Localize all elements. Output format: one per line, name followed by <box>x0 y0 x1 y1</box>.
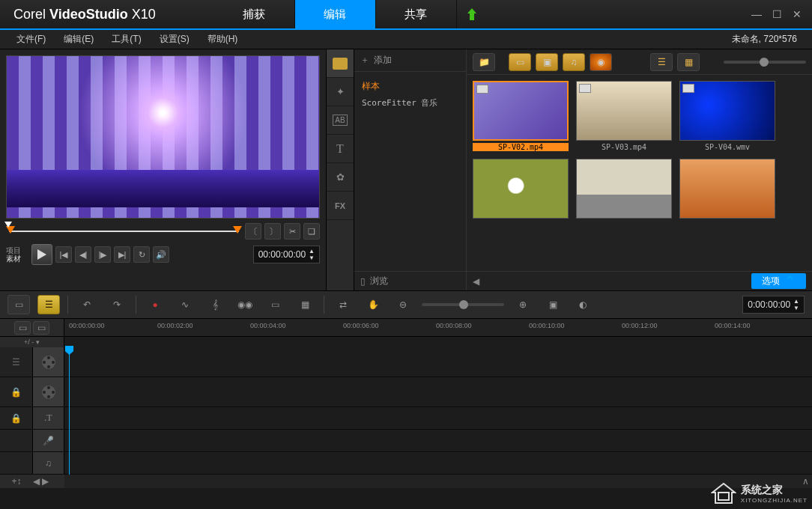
timeline-playhead[interactable] <box>69 347 70 475</box>
options-button[interactable]: 选项 ⌃ <box>751 273 806 289</box>
timeline-scrollbar[interactable] <box>64 475 799 488</box>
tab-share[interactable]: 共享 <box>376 0 457 28</box>
mode-project-label[interactable]: 项目 <box>6 246 28 254</box>
clock-button[interactable]: ◐ <box>572 295 594 314</box>
track-icon-overlay1[interactable] <box>33 377 64 406</box>
tree-item-sample[interactable]: 样本 <box>362 78 458 95</box>
timeline-scroll-buttons[interactable]: ◀ ▶ <box>33 475 64 488</box>
side-tab-transition[interactable]: AB <box>327 106 354 135</box>
side-tab-title[interactable]: T <box>327 135 354 163</box>
thumbnail-grid: SP-V02.mp4 SP-V03.mp4 SP-V04.wmv <box>467 75 812 271</box>
next-frame-button[interactable]: |▶ <box>94 246 111 263</box>
close-button[interactable]: ✕ <box>793 8 802 20</box>
thumb-item[interactable]: SP-V04.wmv <box>679 81 775 151</box>
thumb-item[interactable]: SP-V03.mp4 <box>576 81 672 151</box>
thumb-item[interactable] <box>473 159 569 221</box>
import-folder-button[interactable]: 📁 <box>473 53 495 71</box>
time-ruler[interactable]: 00:00:00:00 00:00:02:00 00:00:04:00 00:0… <box>64 319 812 336</box>
fit-button[interactable]: ▣ <box>542 295 564 314</box>
filter-audio-button[interactable]: ♫ <box>563 53 585 71</box>
track-body-video1[interactable] <box>64 347 812 377</box>
menu-file[interactable]: 文件(F) <box>7 33 55 46</box>
track-icon-music[interactable]: ♫ <box>33 452 64 474</box>
menu-settings[interactable]: 设置(S) <box>151 33 199 46</box>
track-toggle-overlay1[interactable]: 🔒 <box>0 377 33 406</box>
track-body-title[interactable] <box>64 407 812 429</box>
minimize-button[interactable]: — <box>751 8 762 20</box>
track-body-voice[interactable] <box>64 430 812 451</box>
storyboard-view-button[interactable]: ▭ <box>7 295 30 314</box>
filter-video-button[interactable]: ▭ <box>509 53 531 71</box>
browse-collapse-icon[interactable]: ▯ <box>360 276 366 287</box>
undo-button[interactable]: ↶ <box>76 295 98 314</box>
library-scroll-left[interactable]: ◀ <box>473 276 479 287</box>
menu-tools[interactable]: 工具(T) <box>103 33 150 46</box>
thumb-item[interactable] <box>576 159 672 221</box>
upload-button[interactable] <box>457 0 487 28</box>
zoom-in-button[interactable]: ⊕ <box>512 295 534 314</box>
track-view-a-button[interactable]: ▭ <box>14 321 31 335</box>
mode-clip-label[interactable]: 素材 <box>6 254 28 263</box>
audio-mixer-button[interactable]: ∿ <box>174 295 196 314</box>
tab-capture[interactable]: 捕获 <box>214 0 295 28</box>
track-icon-voice[interactable]: 🎤 <box>33 430 64 451</box>
track-body-overlay1[interactable] <box>64 377 812 406</box>
mark-in-button[interactable]: 〔 <box>245 223 261 240</box>
scrub-bar[interactable] <box>6 226 242 237</box>
timeline-timecode[interactable]: 0:00:00:00▲▼ <box>742 296 805 314</box>
timecode-display[interactable]: 00:00:00:00▲▼ <box>253 246 320 263</box>
preview-screen[interactable] <box>6 55 320 219</box>
thumb-size-slider[interactable] <box>724 61 806 64</box>
record-button[interactable]: ● <box>144 295 166 314</box>
play-button[interactable] <box>31 244 52 265</box>
subtitle-button[interactable]: ▭ <box>264 295 286 314</box>
mark-out-button[interactable]: 〕 <box>264 223 281 240</box>
track-body-music[interactable] <box>64 452 812 474</box>
track-icon-title[interactable]: .T <box>33 407 64 429</box>
loop-button[interactable]: ↻ <box>133 246 150 263</box>
zoom-out-button[interactable]: ⊖ <box>392 295 414 314</box>
filter-disc-button[interactable]: ◉ <box>590 53 612 71</box>
track-toggle-music[interactable] <box>0 452 33 474</box>
track-motion-button[interactable]: ⇄ <box>332 295 354 314</box>
track-toggle-title[interactable]: 🔒 <box>0 407 33 429</box>
go-end-button[interactable]: ▶| <box>114 246 130 263</box>
filter-photo-button[interactable]: ▣ <box>536 53 558 71</box>
side-tab-media[interactable] <box>327 49 354 78</box>
side-tab-filter[interactable]: FX <box>327 192 354 220</box>
view-list-button[interactable]: ☰ <box>650 53 673 71</box>
timeline-view-button[interactable]: ☰ <box>37 295 60 314</box>
add-folder-label[interactable]: 添加 <box>374 54 392 67</box>
tree-item-scorefitter[interactable]: ScoreFitter 音乐 <box>362 95 458 111</box>
track-collapse-toggle[interactable]: +/ - ▾ <box>0 337 64 347</box>
track-view-b-button[interactable]: ▭ <box>33 321 49 335</box>
cut-button[interactable]: ✂ <box>284 223 300 240</box>
add-folder-icon[interactable]: ＋ <box>360 54 369 67</box>
tab-edit[interactable]: 编辑 <box>295 0 376 28</box>
thumb-item[interactable]: SP-V02.mp4 <box>473 81 569 151</box>
pan-button[interactable]: ✋ <box>362 295 384 314</box>
multiview-button[interactable]: ▦ <box>294 295 316 314</box>
add-track-button[interactable]: +↕ <box>0 475 33 488</box>
prev-frame-button[interactable]: ◀| <box>75 246 91 263</box>
split-button[interactable]: ❏ <box>303 223 320 240</box>
redo-button[interactable]: ↷ <box>106 295 128 314</box>
browse-label[interactable]: 浏览 <box>370 275 388 287</box>
side-tab-graphic[interactable]: ✿ <box>327 163 354 192</box>
disc-icon: ◉ <box>597 57 605 67</box>
menu-help[interactable]: 帮助(H) <box>199 33 247 46</box>
app-logo: Corel VideoStudio X10 <box>0 7 169 22</box>
volume-button[interactable]: 🔊 <box>153 246 169 263</box>
timeline-zoom-slider[interactable] <box>422 303 504 306</box>
auto-music-button[interactable]: 𝄞 <box>204 295 226 314</box>
track-icon-video1[interactable] <box>33 347 64 377</box>
go-start-button[interactable]: |◀ <box>55 246 72 263</box>
track-toggle-voice[interactable] <box>0 430 33 451</box>
menu-edit[interactable]: 编辑(E) <box>55 33 103 46</box>
motion-button[interactable]: ◉◉ <box>234 295 256 314</box>
track-toggle-video1[interactable]: ☰ <box>0 347 33 377</box>
view-thumb-button[interactable]: ▦ <box>677 53 700 71</box>
side-tab-instant[interactable]: ✦ <box>327 78 354 106</box>
thumb-item[interactable] <box>679 159 775 221</box>
maximize-button[interactable]: ☐ <box>772 8 782 20</box>
